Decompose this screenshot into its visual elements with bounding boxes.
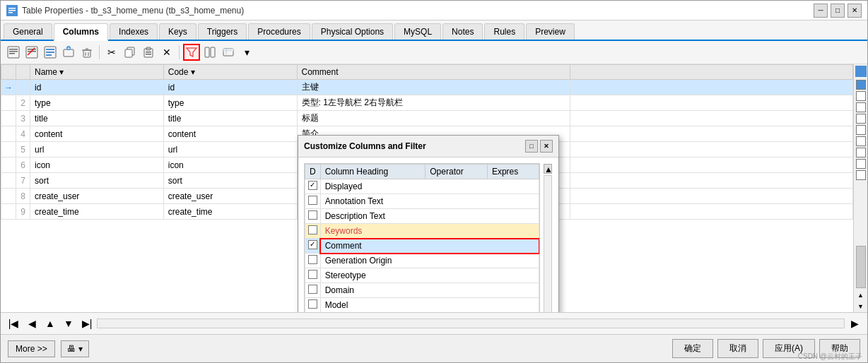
tab-columns[interactable]: Columns [54,23,108,41]
more-button[interactable]: More >> [8,340,55,357]
right-checkbox[interactable] [856,170,866,180]
toolbar-cut[interactable]: ✂ [103,44,120,61]
filter-row[interactable]: Domain [305,283,539,298]
table-row[interactable]: 2 type type 类型: 1左导航栏 2右导航栏 [1,95,853,111]
row-num: 2 [16,95,30,111]
filter-check-cell: ✓ [305,179,321,194]
row-num: 3 [16,111,30,126]
col-extra-header [570,65,853,80]
tab-procedures[interactable]: Procedures [248,23,310,40]
filter-row[interactable]: Model [305,298,539,313]
filter-checkbox[interactable] [308,270,317,279]
toolbar-filter[interactable] [183,44,200,61]
toolbar-copy[interactable] [122,44,139,61]
tab-indexes[interactable]: Indexes [110,23,158,40]
row-num: 9 [16,204,30,220]
filter-row[interactable]: Generation Origin [305,254,539,268]
tab-keys[interactable]: Keys [159,23,197,40]
row-extra [570,80,853,95]
filter-checkbox[interactable] [308,255,317,264]
filter-label: Annotation Text [320,194,539,209]
svg-rect-4 [8,47,19,58]
scroll-right[interactable]: ▶ [846,315,863,332]
tab-physical-options[interactable]: Physical Options [312,23,393,40]
filter-row[interactable]: ✓ Displayed [305,179,539,194]
scroll-right-end[interactable]: ▶| [78,315,95,332]
filter-scroll-up[interactable]: ▲ [544,164,552,174]
filter-col-heading: Column Heading [320,165,426,179]
cancel-button[interactable]: 取消 [717,339,758,358]
filter-row[interactable]: Stereotype [305,268,539,283]
right-checkbox[interactable] [856,102,866,112]
sep1 [99,45,100,59]
toolbar-dropdown[interactable]: ▾ [238,44,255,61]
svg-rect-34 [223,49,233,52]
toolbar-list[interactable] [42,44,59,61]
table-row[interactable]: 3 title title 标题 [1,111,853,126]
right-checkbox[interactable] [856,136,866,146]
print-button[interactable]: 🖶 ▾ [61,340,89,357]
row-extra [570,157,853,173]
filter-checkbox[interactable] [308,196,317,205]
filter-checkbox[interactable]: ✓ [308,181,317,190]
toolbar-columns[interactable] [201,44,218,61]
tab-preview[interactable]: Preview [526,23,575,40]
maximize-button[interactable]: □ [831,4,845,18]
modal-minimize[interactable]: □ [525,140,538,153]
tab-rules[interactable]: Rules [484,23,524,40]
scroll-left[interactable]: ◀ [23,315,40,332]
filter-row[interactable]: Annotation Text [305,194,539,209]
toolbar-view[interactable] [220,44,237,61]
filter-checkbox[interactable] [308,299,317,309]
row-extra [570,126,853,142]
toolbar-remove-table[interactable] [23,44,40,61]
right-scroll-down[interactable]: ▼ [855,301,867,312]
right-checkbox[interactable] [856,91,866,101]
window-controls: ─ □ ✕ [814,4,862,18]
hscrollbar[interactable] [97,319,845,328]
right-checkbox[interactable] [856,148,866,157]
print-icon: 🖶 [67,344,76,354]
scroll-down[interactable]: ▼ [60,315,77,332]
filter-row[interactable]: Description Text [305,209,539,224]
tab-notes[interactable]: Notes [442,23,483,40]
right-checkbox[interactable] [856,125,866,135]
status-bar: More >> 🖶 ▾ 确定 取消 应用(A) 帮助 [1,334,867,362]
filter-check-cell: ✓ [305,239,321,254]
filter-checkbox[interactable]: ✓ [308,240,317,249]
filter-scrollbar[interactable] [544,175,552,312]
filter-row[interactable]: ✓ Comment [305,239,539,254]
row-name: content [30,126,164,142]
right-scrollbar[interactable] [856,246,866,288]
filter-checkbox[interactable] [308,210,317,220]
modal-close[interactable]: ✕ [540,140,553,153]
right-scroll-up[interactable]: ▲ [855,290,867,301]
toolbar-add-table[interactable] [5,44,22,61]
confirm-button[interactable]: 确定 [672,339,713,358]
close-button[interactable]: ✕ [848,4,862,18]
toolbar-delete2[interactable]: ✕ [158,44,175,61]
right-checkbox[interactable] [856,159,866,169]
filter-checkbox[interactable] [308,285,317,294]
scroll-left-start[interactable]: |◀ [5,315,22,332]
tab-general[interactable]: General [4,23,52,40]
filter-row[interactable]: Keywords [305,224,539,239]
tab-mysql[interactable]: MySQL [394,23,441,40]
table-row[interactable]: → id id 主键 [1,80,853,95]
filter-label: Displayed [320,179,539,194]
scroll-up[interactable]: ▲ [42,315,59,332]
row-extra [570,111,853,126]
right-checkbox[interactable] [856,114,866,124]
toolbar-paste[interactable] [140,44,157,61]
minimize-button[interactable]: ─ [814,4,828,18]
svg-rect-15 [46,54,52,56]
right-checkbox[interactable] [856,80,866,90]
tab-triggers[interactable]: Triggers [198,23,247,40]
col-name-header: Name ▾ [30,65,164,80]
toolbar-delete[interactable] [78,44,95,61]
row-name: create_time [30,204,164,220]
svg-rect-3 [8,12,13,13]
toolbar-add[interactable]: + [60,44,77,61]
watermark: CSDN @云村的王子 [798,352,862,362]
filter-checkbox[interactable] [308,225,317,234]
